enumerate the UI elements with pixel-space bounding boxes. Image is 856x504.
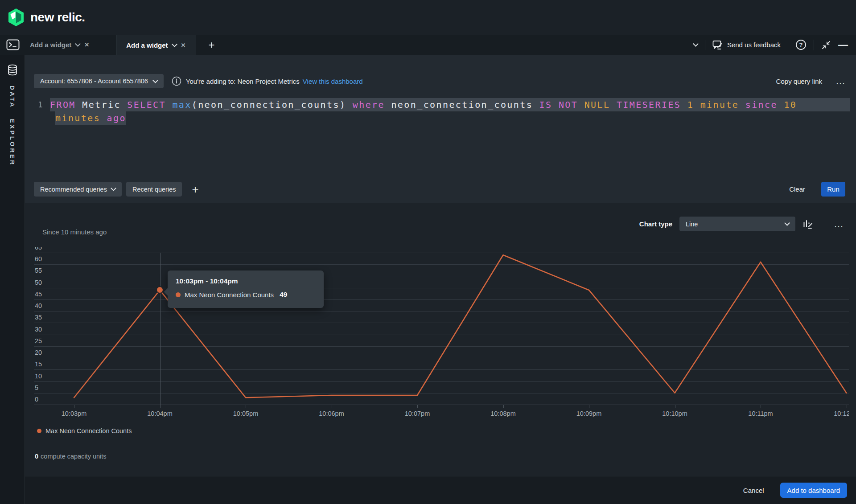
gridline (34, 288, 849, 288)
chevron-down-icon (784, 220, 790, 226)
new-relic-logo[interactable]: new relic. (7, 8, 85, 27)
query-text: minutes ago (55, 111, 126, 125)
line-chart[interactable]: 10:03pm - 10:04pm Max Neon Connection Co… (34, 247, 849, 426)
line-number-spacer (34, 111, 44, 125)
x-axis-label: 10:07pm (405, 410, 430, 417)
x-axis-tick (332, 405, 332, 408)
query-text: FROM Metric SELECT max(neon_connection_c… (50, 98, 850, 111)
line-number: 1 (34, 98, 44, 111)
tooltip-time-range: 10:03pm - 10:04pm (176, 277, 316, 285)
gridline (34, 299, 849, 300)
chart-legend[interactable]: Max Neon Connection Counts (37, 427, 132, 434)
chart-panel: Chart type Line … Since 10 minutes (25, 203, 856, 476)
gridline (34, 335, 849, 335)
recommended-queries-button[interactable]: Recommended queries (34, 182, 122, 197)
chevron-down-icon[interactable] (172, 41, 177, 47)
gridline (34, 405, 849, 405)
page: new relic. Add a widget ✕ Add a widget ✕… (0, 0, 856, 504)
x-axis-label: 10:08pm (490, 410, 515, 417)
gridline (34, 264, 849, 265)
query-line-1: 1 FROM Metric SELECT max(neon_connection… (34, 98, 850, 111)
capacity-value: 0 (35, 453, 38, 460)
x-axis-tick (246, 405, 246, 408)
main-content: Account: 6557806 - Account 6557806 You'r… (25, 55, 856, 504)
chevron-down-icon (152, 78, 158, 83)
tooltip-value: 49 (280, 291, 287, 299)
chart-header: Chart type Line … (639, 217, 844, 231)
add-to-dashboard-button[interactable]: Add to dashboard (780, 483, 847, 498)
y-axis-label: 20 (35, 349, 42, 356)
account-selector[interactable]: Account: 6557806 - Account 6557806 (34, 74, 164, 88)
recent-queries-label: Recent queries (132, 186, 176, 193)
copy-query-link[interactable]: Copy query link (776, 78, 822, 85)
x-axis-tick (74, 405, 74, 408)
x-axis-tick (160, 405, 160, 408)
recent-queries-button[interactable]: Recent queries (126, 182, 182, 197)
query-editor[interactable]: 1 FROM Metric SELECT max(neon_connection… (34, 98, 850, 125)
x-axis-tick (675, 405, 675, 408)
bottom-action-bar: Cancel Add to dashboard (25, 476, 856, 504)
chart-more-options-icon[interactable]: … (834, 222, 844, 226)
database-icon[interactable] (7, 64, 18, 76)
minimize-icon[interactable]: — (838, 43, 848, 47)
x-axis-tick (503, 405, 504, 408)
send-feedback-button[interactable]: Send us feedback (712, 40, 781, 50)
x-axis-tick (417, 405, 418, 408)
tooltip-series-name: Max Neon Connection Counts (185, 291, 274, 299)
chevron-down-icon (111, 185, 116, 191)
run-button[interactable]: Run (821, 182, 845, 197)
info-icon (172, 76, 181, 86)
x-axis-label: 10:03pm (62, 410, 86, 417)
console-icon[interactable] (6, 39, 20, 51)
cancel-button[interactable]: Cancel (743, 487, 764, 494)
close-icon[interactable]: ✕ (181, 42, 186, 49)
x-axis-label: 10:10pm (662, 410, 687, 417)
rail-title: DATA EXPLORER (9, 86, 16, 166)
chart-type-label: Chart type (639, 220, 672, 228)
y-axis-label: 55 (35, 267, 42, 274)
close-icon[interactable]: ✕ (84, 41, 89, 48)
help-icon[interactable]: ? (795, 39, 807, 50)
y-axis-label: 30 (35, 326, 42, 333)
capacity-label: compute capacity units (41, 453, 107, 460)
series-color-dot (176, 292, 181, 297)
x-axis-label: 10:06pm (319, 410, 344, 417)
recommended-queries-label: Recommended queries (40, 186, 107, 193)
feedback-label: Send us feedback (727, 41, 781, 49)
collapse-icon[interactable] (821, 40, 831, 50)
chevron-down-icon[interactable] (693, 41, 699, 47)
more-options-icon[interactable]: … (835, 79, 846, 83)
add-query-button[interactable]: + (192, 184, 198, 194)
account-row: Account: 6557806 - Account 6557806 You'r… (34, 74, 846, 88)
tab-bar: Add a widget ✕ Add a widget ✕ + (0, 35, 856, 55)
gridline (34, 393, 849, 393)
chart-type-select[interactable]: Line (679, 217, 795, 231)
gridline (34, 311, 849, 311)
x-axis-label: 10:09pm (576, 410, 601, 417)
tab-add-widget-2[interactable]: Add a widget ✕ (116, 35, 196, 55)
x-axis-label: 10:11pm (748, 410, 773, 417)
x-axis-label: 10:04pm (147, 410, 172, 417)
y-axis-label: 25 (35, 337, 42, 344)
hover-point-dot (157, 287, 163, 293)
divider (788, 40, 788, 50)
new-tab-button[interactable]: + (209, 41, 215, 49)
gridline (34, 358, 849, 358)
chevron-down-icon[interactable] (75, 41, 81, 47)
tab-label: Add a widget (126, 41, 168, 49)
edit-chart-icon[interactable] (802, 219, 813, 229)
svg-text:?: ? (799, 41, 803, 48)
since-label: Since 10 minutes ago (42, 228, 107, 236)
chart-type-value: Line (686, 221, 698, 228)
tabbar-right-controls: Send us feedback ? — (694, 39, 848, 50)
new-relic-mark-icon (7, 8, 25, 27)
y-axis-label: 5 (35, 384, 38, 391)
gridline (34, 381, 849, 382)
capacity-footnote: 0compute capacity units (35, 453, 107, 460)
y-axis-label: 10 (35, 373, 42, 380)
query-actions-row: Recommended queries Recent queries + Cle… (34, 182, 845, 197)
clear-button[interactable]: Clear (789, 185, 805, 193)
tab-add-widget-1[interactable]: Add a widget ✕ (30, 41, 89, 49)
view-dashboard-link[interactable]: View this dashboard (303, 78, 363, 85)
query-line-2: minutes ago (34, 111, 850, 125)
